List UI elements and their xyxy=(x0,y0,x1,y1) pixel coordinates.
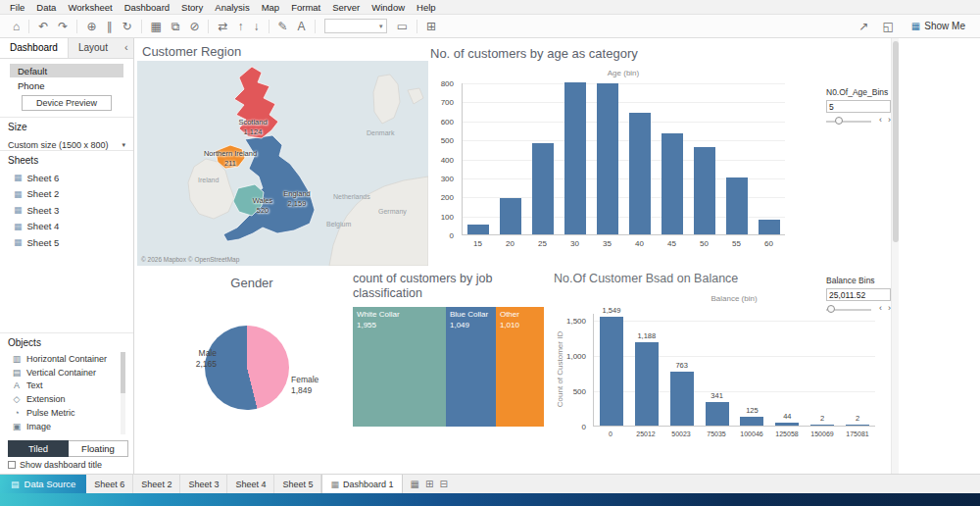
tab-data-source[interactable]: ▤ Data Source xyxy=(0,475,86,493)
collapse-pane-icon[interactable]: ‹ xyxy=(118,38,135,58)
tab-sheet-6[interactable]: Sheet 6 xyxy=(86,475,133,493)
menu-story[interactable]: Story xyxy=(175,2,209,13)
treemap-blue-collar[interactable]: Blue Collar1,049 xyxy=(446,307,496,427)
treemap-white-collar[interactable]: White Collar1,955 xyxy=(353,307,446,427)
share-icon[interactable]: ↗ xyxy=(854,21,873,32)
device-phone[interactable]: Phone xyxy=(10,78,123,92)
new-worksheet-icon[interactable]: ▦ xyxy=(146,21,167,32)
fix-axes-icon[interactable]: ▭ xyxy=(392,21,413,32)
menu-analysis[interactable]: Analysis xyxy=(209,2,255,13)
swap-axes-icon[interactable]: ⇄ xyxy=(213,21,232,32)
show-cards-icon[interactable]: ⊞ xyxy=(421,21,441,32)
age-bins-slider[interactable]: ‹ › xyxy=(826,116,891,127)
redo-icon[interactable]: ↷ xyxy=(53,21,73,32)
new-dashboard-tab-icon[interactable]: ⊞ xyxy=(424,479,434,489)
balance-bar[interactable] xyxy=(706,402,729,427)
job-chart-title: count of customers by job classification xyxy=(353,272,508,301)
floating-button[interactable]: Floating xyxy=(69,440,128,457)
gender-pie-chart[interactable] xyxy=(205,326,289,410)
tab-sheet-2[interactable]: Sheet 2 xyxy=(133,475,180,493)
balance-bar[interactable] xyxy=(670,372,694,426)
sort-ascending-icon[interactable]: ↑ xyxy=(233,21,249,32)
sheet-item-sheet-2[interactable]: ▦Sheet 2 xyxy=(8,186,125,203)
slider-handle[interactable] xyxy=(827,305,835,313)
show-dashboard-title-checkbox[interactable] xyxy=(8,461,16,469)
balance-bar[interactable] xyxy=(600,317,623,426)
home-icon[interactable]: ⌂ xyxy=(8,21,24,32)
run-update-icon[interactable]: ↻ xyxy=(117,21,136,32)
balance-bins-slider[interactable]: ‹ › xyxy=(826,304,891,316)
tab-sheet-4[interactable]: Sheet 4 xyxy=(227,475,274,493)
slider-decrement-icon[interactable]: ‹ xyxy=(879,303,882,313)
object-text[interactable]: AText xyxy=(8,380,125,393)
pause-updates-icon[interactable]: ∥ xyxy=(101,21,117,32)
slider-handle[interactable] xyxy=(835,117,843,125)
presentation-mode-icon[interactable]: ◱ xyxy=(878,21,899,32)
balance-bar[interactable] xyxy=(740,417,763,426)
age-bar[interactable] xyxy=(662,133,683,234)
sheet-item-sheet-3[interactable]: ▦Sheet 3 xyxy=(8,202,125,219)
balance-bar[interactable] xyxy=(775,423,799,426)
fit-dropdown[interactable]: ▾ xyxy=(324,19,387,33)
dashboard-pane: Dashboard Layout ‹ Default Phone Device … xyxy=(0,38,134,474)
age-bar[interactable] xyxy=(564,82,586,234)
age-bar[interactable] xyxy=(726,177,748,234)
objects-scrollbar[interactable] xyxy=(121,352,125,434)
sheet-item-sheet-5[interactable]: ▦Sheet 5 xyxy=(8,234,125,251)
object-image[interactable]: ▣Image xyxy=(8,420,125,433)
menu-server[interactable]: Server xyxy=(326,2,366,13)
clear-sheet-icon[interactable]: ⊘ xyxy=(184,21,204,32)
tab-layout[interactable]: Layout xyxy=(69,38,118,58)
new-worksheet-tab-icon[interactable]: ▦ xyxy=(410,479,420,489)
menu-dashboard[interactable]: Dashboard xyxy=(119,2,175,13)
age-chart-zone: No. of customers by age as category Age … xyxy=(428,38,899,269)
balance-bar[interactable] xyxy=(846,425,869,426)
toolbar: ⌂↶↷⊕∥↻▦⧉⊘⇄↑↓✎A▾▭⊞ ↗◱ ▦ Show Me xyxy=(0,15,980,38)
age-bar[interactable] xyxy=(597,83,618,234)
chevron-down-icon: ▾ xyxy=(122,141,125,149)
age-bar[interactable] xyxy=(759,220,780,234)
tab-sheet-3[interactable]: Sheet 3 xyxy=(180,475,227,493)
balance-bins-input[interactable] xyxy=(826,288,891,301)
device-preview-button[interactable]: Device Preview xyxy=(22,95,112,111)
age-bar[interactable] xyxy=(467,225,489,234)
balance-bar[interactable] xyxy=(810,425,834,426)
tab-dashboard[interactable]: Dashboard xyxy=(0,38,69,58)
new-data-source-icon[interactable]: ⊕ xyxy=(81,21,101,32)
age-bar[interactable] xyxy=(500,198,521,234)
tiled-button[interactable]: Tiled xyxy=(8,440,69,457)
highlight-icon[interactable]: ✎ xyxy=(273,21,293,32)
horizontal-container-icon: ▥ xyxy=(12,354,22,364)
device-default[interactable]: Default xyxy=(10,64,123,77)
age-bar[interactable] xyxy=(629,113,651,234)
menu-file[interactable]: File xyxy=(4,2,30,13)
sheet-item-sheet-4[interactable]: ▦Sheet 4 xyxy=(8,219,125,235)
treemap-category: White Collar xyxy=(357,310,400,321)
slider-decrement-icon[interactable]: ‹ xyxy=(879,115,882,125)
menu-worksheet[interactable]: Worksheet xyxy=(62,2,118,13)
object-horizontal-container[interactable]: ▥Horizontal Container xyxy=(8,352,125,366)
sheet-item-sheet-6[interactable]: ▦Sheet 6 xyxy=(8,170,125,186)
new-story-tab-icon[interactable]: ⊟ xyxy=(438,479,448,489)
menu-map[interactable]: Map xyxy=(256,2,285,13)
menu-format[interactable]: Format xyxy=(285,2,326,13)
tab-sheet-5[interactable]: Sheet 5 xyxy=(274,475,321,493)
balance-bar[interactable] xyxy=(635,342,659,426)
object-vertical-container[interactable]: ▤Vertical Container xyxy=(8,366,125,380)
show-me-button[interactable]: ▦ Show Me xyxy=(905,18,972,34)
object-pulse-metric[interactable]: ◔Pulse Metric xyxy=(8,406,125,420)
show-mark-labels-icon[interactable]: A xyxy=(293,21,311,32)
menu-window[interactable]: Window xyxy=(366,2,411,13)
vertical-scrollbar[interactable] xyxy=(891,38,899,474)
menu-data[interactable]: Data xyxy=(30,2,62,13)
age-bins-input[interactable] xyxy=(826,100,891,113)
menu-help[interactable]: Help xyxy=(411,2,442,13)
age-bar[interactable] xyxy=(694,147,715,234)
treemap-other[interactable]: Other1,010 xyxy=(496,307,544,427)
undo-icon[interactable]: ↶ xyxy=(33,21,53,32)
tab-dashboard-1[interactable]: ▦Dashboard 1 xyxy=(321,475,402,493)
object-extension[interactable]: ◇Extension xyxy=(8,392,125,406)
sort-descending-icon[interactable]: ↓ xyxy=(249,21,265,32)
age-bar[interactable] xyxy=(532,143,554,234)
duplicate-icon[interactable]: ⧉ xyxy=(167,21,185,32)
